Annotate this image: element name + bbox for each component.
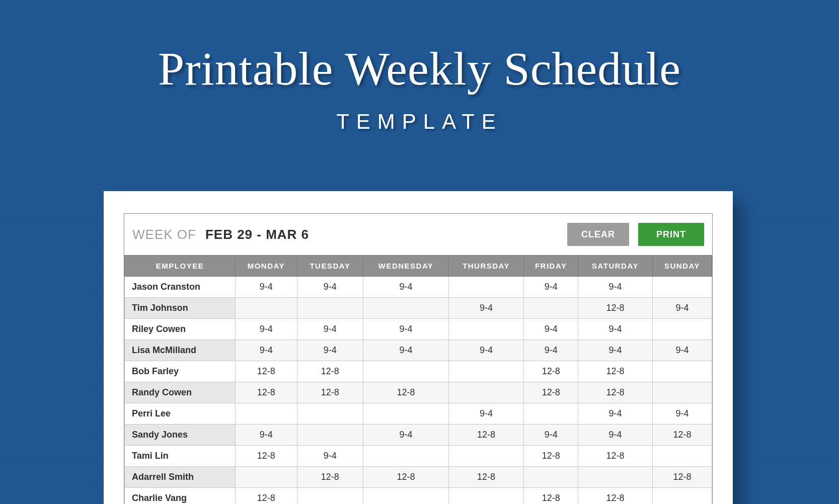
schedule-cell[interactable]: 12-8 [236,382,297,403]
schedule-cell[interactable]: 9-4 [524,277,578,298]
schedule-cell[interactable]: 12-8 [578,446,653,467]
schedule-cell[interactable]: 12-8 [449,425,524,446]
schedule-cell[interactable] [363,403,449,425]
schedule-cell[interactable]: 9-4 [578,277,653,298]
schedule-cell[interactable]: 12-8 [236,446,297,467]
schedule-cell[interactable]: 9-4 [297,446,363,467]
employee-name-cell: Jason Cranston [125,277,236,298]
schedule-cell[interactable] [363,446,449,467]
schedule-cell[interactable]: 12-8 [578,361,653,382]
schedule-cell[interactable]: 9-4 [449,340,524,361]
schedule-cell[interactable] [297,425,363,446]
schedule-cell[interactable] [236,403,297,425]
schedule-cell[interactable] [449,446,524,467]
table-row: Tim Johnson9-412-89-4 [125,298,712,319]
schedule-cell[interactable] [652,277,712,298]
schedule-cell[interactable] [236,298,297,319]
print-button[interactable]: PRINT [638,223,704,246]
schedule-cell[interactable]: 12-8 [524,446,578,467]
schedule-cell[interactable] [363,298,449,319]
schedule-cell[interactable] [524,467,578,488]
schedule-cell[interactable] [524,403,578,425]
employee-name-cell: Lisa McMilland [125,340,236,361]
schedule-cell[interactable]: 9-4 [578,425,653,446]
schedule-cell[interactable] [297,403,363,425]
table-row: Perri Lee9-49-49-4 [125,403,712,425]
schedule-cell[interactable] [652,382,712,403]
schedule-cell[interactable]: 12-8 [236,361,297,382]
schedule-cell[interactable]: 9-4 [236,277,297,298]
schedule-cell[interactable]: 9-4 [363,277,449,298]
schedule-cell[interactable]: 12-8 [578,488,653,505]
schedule-cell[interactable]: 9-4 [297,277,363,298]
schedule-sheet: WEEK OF FEB 29 - MAR 6 CLEAR PRINT EMPLO… [104,191,733,504]
schedule-cell[interactable] [363,361,449,382]
schedule-cell[interactable]: 12-8 [524,361,578,382]
schedule-cell[interactable]: 9-4 [578,319,653,340]
schedule-cell[interactable]: 9-4 [578,403,653,425]
schedule-cell[interactable] [449,488,524,505]
schedule-cell[interactable]: 12-8 [652,425,712,446]
schedule-cell[interactable]: 9-4 [652,403,712,425]
schedule-cell[interactable] [297,488,363,505]
schedule-cell[interactable]: 9-4 [449,403,524,425]
schedule-cell[interactable]: 12-8 [524,382,578,403]
schedule-cell[interactable] [524,298,578,319]
schedule-cell[interactable]: 9-4 [652,340,712,361]
schedule-cell[interactable]: 9-4 [363,425,449,446]
employee-name-cell: Riley Cowen [125,319,236,340]
schedule-cell[interactable] [297,298,363,319]
schedule-cell[interactable] [652,446,712,467]
schedule-cell[interactable] [652,361,712,382]
schedule-cell[interactable]: 12-8 [363,382,449,403]
schedule-cell[interactable] [652,488,712,505]
schedule-cell[interactable] [449,319,524,340]
schedule-cell[interactable]: 9-4 [297,319,363,340]
schedule-cell[interactable]: 12-8 [578,298,653,319]
schedule-cell[interactable]: 9-4 [363,319,449,340]
employee-name-cell: Tami Lin [125,446,236,467]
employee-name-cell: Bob Farley [125,361,236,382]
schedule-cell[interactable]: 12-8 [449,467,524,488]
toolbar: WEEK OF FEB 29 - MAR 6 CLEAR PRINT [124,214,712,255]
schedule-cell[interactable]: 12-8 [363,467,449,488]
schedule-cell[interactable]: 9-4 [236,340,297,361]
schedule-cell[interactable]: 9-4 [236,425,297,446]
schedule-cell[interactable] [363,488,449,505]
table-row: Tami Lin12-89-412-812-8 [125,446,712,467]
column-header: TUESDAY [297,256,363,277]
column-header: SATURDAY [578,256,653,277]
schedule-cell[interactable]: 9-4 [449,298,524,319]
schedule-cell[interactable] [449,277,524,298]
schedule-cell[interactable]: 12-8 [578,382,653,403]
page-title: Printable Weekly Schedule [0,41,839,96]
schedule-cell[interactable]: 12-8 [297,382,363,403]
schedule-cell[interactable]: 12-8 [297,361,363,382]
schedule-cell[interactable]: 12-8 [297,467,363,488]
schedule-cell[interactable]: 9-4 [297,340,363,361]
schedule-cell[interactable]: 9-4 [578,340,653,361]
week-of-label: WEEK OF [132,227,196,242]
clear-button[interactable]: CLEAR [567,223,629,246]
schedule-cell[interactable]: 9-4 [652,298,712,319]
table-row: Riley Cowen9-49-49-49-49-4 [125,319,712,340]
schedule-cell[interactable]: 9-4 [524,319,578,340]
schedule-cell[interactable] [236,467,297,488]
schedule-cell[interactable] [449,382,524,403]
schedule-cell[interactable] [449,361,524,382]
table-row: Bob Farley12-812-812-812-8 [125,361,712,382]
column-header: MONDAY [236,256,297,277]
employee-name-cell: Sandy Jones [125,425,236,446]
employee-name-cell: Randy Cowen [125,382,236,403]
schedule-cell[interactable] [652,319,712,340]
schedule-cell[interactable]: 9-4 [363,340,449,361]
schedule-cell[interactable]: 9-4 [524,340,578,361]
schedule-cell[interactable]: 12-8 [652,467,712,488]
column-header: SUNDAY [652,256,712,277]
schedule-cell[interactable] [578,467,653,488]
schedule-cell[interactable]: 12-8 [236,488,297,505]
schedule-cell[interactable]: 9-4 [236,319,297,340]
schedule-cell[interactable]: 12-8 [524,488,578,505]
schedule-cell[interactable]: 9-4 [524,425,578,446]
employee-name-cell: Charlie Vang [125,488,236,505]
